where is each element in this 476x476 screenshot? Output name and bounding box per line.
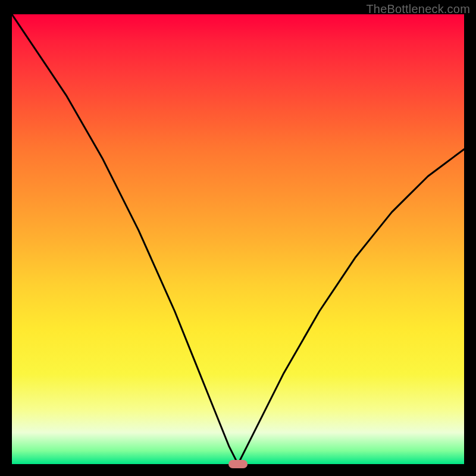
chart-frame: TheBottleneck.com xyxy=(0,0,476,476)
optimal-point-marker xyxy=(228,460,248,468)
plot-area xyxy=(12,14,464,464)
watermark-text: TheBottleneck.com xyxy=(366,2,470,16)
bottleneck-curve xyxy=(12,14,464,464)
